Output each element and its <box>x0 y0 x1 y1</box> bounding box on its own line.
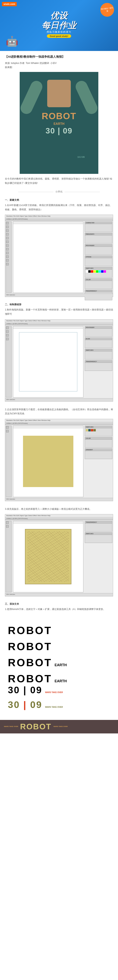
align-panel[interactable]: ALIGN <box>85 337 112 348</box>
color-panel-tab[interactable]: COLOR <box>85 278 112 281</box>
swatch-magenta[interactable] <box>103 270 106 273</box>
rectangle-tool-icon[interactable] <box>6 248 9 250</box>
ai-toolbox[interactable] <box>6 221 11 293</box>
swatch-white[interactable] <box>86 270 88 273</box>
stroke-panel[interactable]: STROKE <box>85 256 112 266</box>
ai-artboard[interactable] <box>13 326 83 398</box>
selection-tool-icon[interactable] <box>6 326 9 329</box>
ai-status-bar: 50% Selection <box>5 398 113 401</box>
direct-select-tool-icon[interactable] <box>6 525 9 528</box>
transparency-panel-tab[interactable]: TRANSPARENCY <box>85 521 112 523</box>
swatch-teal[interactable] <box>88 429 91 431</box>
swatch-olive[interactable] <box>94 429 96 431</box>
swatch-cyan[interactable] <box>99 270 101 273</box>
typo-earth: EARTH <box>55 679 67 683</box>
swatches-panel[interactable]: SWATCHES <box>85 426 112 436</box>
robot-arm-right-icon <box>74 79 99 116</box>
swatches-panel[interactable]: SWATCHES <box>85 267 112 278</box>
swatches-panel-tab[interactable]: SWATCHES <box>85 533 112 535</box>
swatch-red2[interactable] <box>91 429 93 431</box>
transparency-panel[interactable]: TRANSPARENCY <box>85 521 112 531</box>
swatches-panel[interactable]: SWATCHES <box>85 349 112 360</box>
paragraph-panel-tab[interactable]: PARAGRAPH <box>85 233 112 235</box>
ai-menubar[interactable]: Illustrator File Edit Object Type Select… <box>5 320 113 323</box>
typo-step-2: ROBOT <box>8 640 110 652</box>
character-panel[interactable]: CHARACTER <box>85 221 112 232</box>
hero-banner: uisdc.com 我们相信一起玩耍 🤖 优设 每日作业 用练习激发你的潜力 G… <box>0 0 118 51</box>
swatch-blue[interactable] <box>101 270 103 273</box>
lasso-tool-icon[interactable] <box>6 233 9 235</box>
swatches-panel-tab[interactable]: SWATCHES <box>85 267 112 269</box>
banner-pill: Good good study! <box>47 34 71 38</box>
ai-toolbox[interactable] <box>6 326 11 398</box>
ai-artboard[interactable] <box>13 221 83 293</box>
translator: 小菲V <box>50 62 57 65</box>
canvas-khaki-rect[interactable] <box>23 436 73 487</box>
gradient-panel[interactable]: GRADIENT <box>85 449 112 459</box>
pencil-tool-icon[interactable] <box>6 255 9 258</box>
swatches-panel-tab[interactable]: SWATCHES <box>85 426 112 428</box>
canvas-base-rect[interactable] <box>19 332 77 391</box>
wand-tool-icon[interactable] <box>6 229 9 232</box>
selection-tool-icon[interactable] <box>6 426 9 429</box>
ai-artboard[interactable] <box>13 521 83 592</box>
scale-tool-icon[interactable] <box>6 263 9 266</box>
typo-small-1: WARS TAKE OVER <box>45 691 63 694</box>
ai-menubar[interactable]: Illustrator File Edit Object Type Select… <box>5 514 113 517</box>
type-tool-icon[interactable] <box>6 240 9 243</box>
divider: 分界线 <box>5 190 113 194</box>
rotate-tool-icon[interactable] <box>6 259 9 262</box>
pathfinder-panel-tab[interactable]: PATHFINDER <box>85 244 112 247</box>
selection-tool-icon[interactable] <box>6 222 9 224</box>
ai-menubar[interactable]: Illustrator File Edit Object Type Select… <box>5 419 113 422</box>
swatch-grid[interactable] <box>86 429 111 431</box>
direct-select-tool-icon[interactable] <box>6 430 9 433</box>
brush-tool-icon[interactable] <box>6 252 9 254</box>
character-panel-tab[interactable]: CHARACTER <box>85 222 112 224</box>
ai-toolbox[interactable] <box>6 521 11 592</box>
pathfinder-panel-tab[interactable]: PATHFINDER <box>85 326 112 329</box>
ai-toolbox[interactable] <box>6 426 11 497</box>
pathfinder-panel[interactable]: PATHFINDER <box>85 326 112 337</box>
typo-num2: 09 <box>30 685 42 695</box>
swatch-yellow[interactable] <box>94 270 96 273</box>
pen-tool-icon[interactable] <box>6 334 9 337</box>
transparency-panel-tab[interactable]: TRANSPARENCY <box>85 360 112 363</box>
align-panel-tab[interactable]: ALIGN <box>85 338 112 340</box>
typo-final: WARS TAKE OVER ROBOT WARS TAKE OVER <box>0 720 118 733</box>
author: Tom Whalen <box>26 62 39 65</box>
paragraph-panel[interactable]: PARAGRAPH <box>85 233 112 243</box>
swatches-panel[interactable]: SWATCHES <box>85 532 112 543</box>
final-small-right: WARS TAKE OVER <box>53 726 68 727</box>
ai-menubar[interactable]: Illustrator File Edit Object Type Select… <box>5 215 113 218</box>
author-label: 作者: <box>19 62 26 65</box>
direct-select-tool-icon[interactable] <box>6 330 9 333</box>
swatch-black[interactable] <box>88 270 91 273</box>
gradient-panel-tab[interactable]: GRADIENT <box>85 449 112 451</box>
swatch-green[interactable] <box>96 270 99 273</box>
direct-select-tool-icon[interactable] <box>6 226 9 228</box>
robot-head-icon <box>47 80 71 107</box>
ai-artboard[interactable] <box>13 426 83 497</box>
swatches-panel-tab[interactable]: SWATCHES <box>85 349 112 352</box>
type-tool-icon[interactable] <box>6 338 9 340</box>
selection-tool-icon[interactable] <box>6 521 9 524</box>
poster-small-date: 10·2·09 <box>77 156 84 158</box>
canvas-robot-sketch[interactable] <box>25 529 71 584</box>
site-logo[interactable]: uisdc.com <box>2 2 17 6</box>
pathfinder-panel[interactable]: PATHFINDER <box>85 244 112 255</box>
swatch-red[interactable] <box>91 270 93 273</box>
swatch-khaki[interactable] <box>86 429 88 431</box>
transparency-panel[interactable]: TRANSPARENCY <box>85 360 112 371</box>
stroke-panel-tab[interactable]: STROKE <box>85 256 112 258</box>
typo-step-4: ROBOT EARTH 30 | 09 WARS TAKE OVER <box>8 673 110 695</box>
line-tool-icon[interactable] <box>6 244 9 247</box>
color-panel[interactable]: COLOR <box>85 437 112 448</box>
transparency-panel-tab[interactable]: TRANSPARENCY <box>85 290 112 292</box>
section-3-heading: 三、添加文本 <box>5 602 113 606</box>
pen-tool-icon[interactable] <box>6 237 9 239</box>
color-panel-tab[interactable]: COLOR <box>85 437 112 440</box>
swatch-grid[interactable] <box>86 270 111 273</box>
color-panel[interactable]: COLOR <box>85 278 112 289</box>
section-2-text-2: 2.点击顶部菜单新建几个图层，在色板新建自定义色板的颜色。（自动互填补）双击选色… <box>5 407 113 416</box>
